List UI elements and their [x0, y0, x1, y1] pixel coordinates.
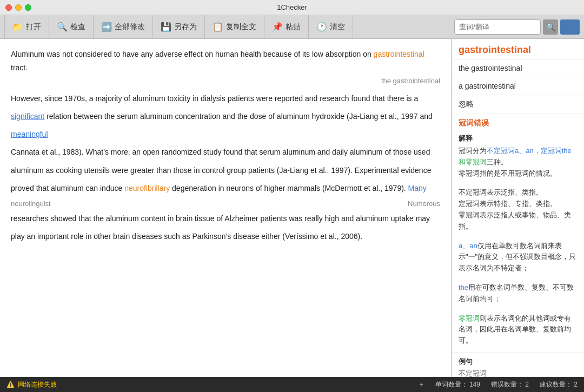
- paste-button[interactable]: 📌 粘贴: [264, 15, 309, 39]
- significant-highlight: significant: [11, 112, 44, 121]
- note-3: 零冠词则表示名词化的其他词或专有名词，因此用在名词单数、复数前均可。: [459, 313, 578, 347]
- explanation-block: 解释 冠词分为不定冠词a、an，定冠词the和零冠词三种。 零冠词指的是不用冠词…: [452, 130, 584, 353]
- traffic-lights: [5, 4, 31, 11]
- meaningful-highlight: meaningful: [11, 130, 48, 138]
- neurolinguist-suggestion: neurolinguist: [11, 197, 51, 210]
- clear-button[interactable]: 🕐 清空: [309, 15, 353, 39]
- check-button[interactable]: 🔍 检查: [49, 15, 94, 39]
- paste-icon: 📌: [272, 22, 283, 32]
- paragraph-5: aluminum as cooking utensils were greate…: [11, 164, 440, 177]
- clear-icon: 🕐: [316, 22, 327, 32]
- save-icon: 💾: [161, 22, 171, 32]
- note-1: a、an仅用在单数可数名词前来表示"一"的意义，但不强调数目概念，只表示名词为不…: [459, 241, 578, 274]
- save-as-label: 另存为: [174, 22, 197, 32]
- search-input[interactable]: [454, 19, 541, 35]
- main-area: Aluminum was not considered to have any …: [0, 39, 584, 377]
- explanation-text: 冠词分为不定冠词a、an，定冠词the和零冠词三种。: [459, 145, 578, 168]
- suggestion-item-2[interactable]: a gastrointestinal: [452, 77, 584, 95]
- paragraph-3: significant relation between the serum a…: [11, 110, 440, 123]
- open-label: 打开: [26, 22, 41, 32]
- paragraph-4: Cannata et al., 1983). What's more, an o…: [11, 145, 440, 159]
- ignore-button[interactable]: 忽略: [452, 95, 584, 114]
- gastrointestinal-highlight: gastrointestinal: [374, 50, 424, 58]
- add-icon: ＋: [418, 380, 424, 389]
- explanation-zero-detail: 零冠词表示泛指人或事物、物品、类指。: [459, 210, 578, 232]
- paragraph-2: However, since 1970s, a majority of alum…: [11, 92, 440, 105]
- paragraph-1: Aluminum was not considered to have any …: [11, 48, 440, 88]
- many-highlight: Many: [408, 184, 427, 192]
- explanation-def-detail: 定冠词表示特指、专指、类指。: [459, 198, 578, 210]
- editor[interactable]: Aluminum was not considered to have any …: [0, 39, 452, 377]
- explanation-indef-detail: 不定冠词表示泛指、类指。: [459, 187, 578, 198]
- numerous-suggestion: Numerous: [408, 197, 440, 210]
- toolbar: 📁 打开 🔍 检查 ➡️ 全部修改 💾 另存为 📋 复制全文 📌 粘贴 🕐 清空…: [0, 15, 584, 39]
- paragraph-3b: meaningful: [11, 128, 440, 141]
- note-2: the用在可数名词单数、复数、不可数名词前均可；: [459, 282, 578, 305]
- network-error-text: 网络连接失败: [18, 380, 57, 389]
- explanation-label: 解释: [459, 134, 578, 143]
- copy-icon: 📋: [213, 22, 223, 32]
- close-button[interactable]: [5, 4, 12, 11]
- minimize-button[interactable]: [15, 4, 22, 11]
- clear-label: 清空: [330, 22, 345, 32]
- paragraph-8: play an important role in other brain di…: [11, 230, 440, 243]
- paragraph-7: researches showed that the aluminum cont…: [11, 212, 440, 225]
- copy-all-button[interactable]: 📋 复制全文: [205, 15, 264, 39]
- explanation-zero-desc: 零冠词指的是不用冠词的情况。: [459, 168, 578, 180]
- warning-icon: ⚠️: [6, 381, 15, 388]
- paragraph-6: proved that aluminum can induce neurofib…: [11, 182, 440, 195]
- suggestion-count: 建议数量： 2: [540, 380, 578, 389]
- search-button[interactable]: 🔍: [543, 19, 558, 35]
- toggle-button[interactable]: [560, 19, 580, 35]
- app-title: 1Checker: [277, 3, 307, 11]
- sidebar: gastrointestinal the gastrointestinal a …: [452, 39, 584, 377]
- neurofibrillary-highlight: neurofibrillary: [124, 184, 170, 192]
- error-section-title: 冠词错误: [452, 114, 584, 130]
- error-count: 错误数量： 2: [491, 380, 529, 389]
- paste-label: 粘贴: [286, 22, 301, 32]
- copy-all-label: 复制全文: [226, 22, 256, 32]
- fix-all-button[interactable]: ➡️ 全部修改: [94, 15, 153, 39]
- search-icon: 🔍: [57, 22, 68, 32]
- toolbar-search: 🔍: [454, 19, 580, 35]
- sidebar-header-word: gastrointestinal: [452, 39, 584, 59]
- statusbar: ⚠️ 网络连接失败 ＋ 单词数量： 149 错误数量： 2 建议数量： 2: [0, 377, 584, 392]
- word-count: 单词数量： 149: [435, 380, 480, 389]
- suggestion-item-1[interactable]: the gastrointestinal: [452, 59, 584, 77]
- maximize-button[interactable]: [25, 4, 31, 11]
- check-label: 检查: [70, 22, 85, 32]
- example-block: 例句 不定冠词 误：He is an teacher. 正：He is a te…: [452, 353, 584, 377]
- suggestion-label-1: the gastrointestinal: [11, 75, 440, 87]
- example-indef-label: 不定冠词: [459, 369, 578, 377]
- fix-all-label: 全部修改: [115, 22, 145, 32]
- save-as-button[interactable]: 💾 另存为: [153, 15, 205, 39]
- example-label: 例句: [459, 357, 578, 367]
- network-error: ⚠️ 网络连接失败: [6, 380, 57, 389]
- folder-icon: 📁: [12, 22, 23, 32]
- statusbar-right: ＋ 单词数量： 149 错误数量： 2 建议数量： 2: [418, 380, 578, 389]
- suggestion-row: neurolinguist Numerous: [11, 197, 440, 210]
- open-button[interactable]: 📁 打开: [4, 15, 49, 39]
- fix-icon: ➡️: [101, 22, 112, 32]
- titlebar: 1Checker: [0, 0, 584, 15]
